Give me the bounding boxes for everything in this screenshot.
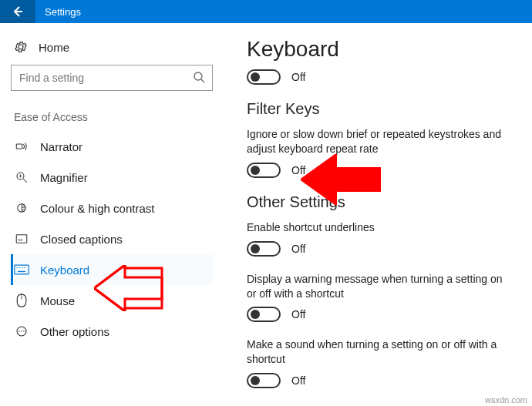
- sidebar-item-label: Closed captions: [40, 233, 123, 246]
- svg-point-19: [19, 331, 20, 332]
- other-icon: [14, 324, 29, 338]
- sidebar-item-magnifier[interactable]: Magnifier: [11, 162, 213, 193]
- section-heading-filter-keys: Filter Keys: [247, 100, 517, 118]
- svg-rect-10: [15, 265, 29, 274]
- narrator-icon: [14, 139, 29, 153]
- search-box[interactable]: [11, 65, 213, 91]
- keyboard-icon: [14, 264, 29, 275]
- toggle-state-label: Off: [291, 164, 305, 176]
- sidebar: Home Ease of Access Narrator Magnifier C…: [0, 23, 224, 406]
- toggle-state-label: Off: [291, 308, 305, 320]
- sidebar-item-keyboard[interactable]: Keyboard: [11, 254, 213, 285]
- sidebar-item-label: Magnifier: [40, 171, 88, 184]
- watermark: wsxdn.com: [485, 395, 527, 404]
- svg-point-0: [194, 72, 202, 80]
- setting-sound-desc: Make a sound when turning a setting on o…: [247, 337, 517, 367]
- sidebar-home[interactable]: Home: [11, 34, 213, 65]
- setting-underlines-desc: Enable shortcut underlines: [247, 220, 517, 235]
- filter-keys-desc: Ignore or slow down brief or repeated ke…: [247, 127, 517, 156]
- page-title: Keyboard: [247, 37, 517, 62]
- toggle-state-label: Off: [291, 243, 305, 255]
- sidebar-item-narrator[interactable]: Narrator: [11, 131, 213, 162]
- sidebar-item-mouse[interactable]: Mouse: [11, 285, 213, 316]
- sidebar-item-label: Narrator: [40, 140, 82, 153]
- toggle-switch[interactable]: [247, 373, 281, 388]
- svg-line-4: [23, 179, 27, 183]
- toggle-switch[interactable]: [247, 241, 281, 257]
- back-button[interactable]: [0, 0, 35, 23]
- svg-line-1: [201, 79, 204, 82]
- gear-icon: [14, 40, 28, 54]
- svg-point-21: [23, 331, 25, 332]
- magnifier-icon: [14, 170, 29, 184]
- setting-underlines-toggle[interactable]: Off: [247, 241, 517, 257]
- filter-keys-toggle[interactable]: Off: [247, 163, 517, 178]
- search-icon: [193, 71, 205, 83]
- toggle-state-label: Off: [291, 374, 305, 387]
- sidebar-group-heading: Ease of Access: [11, 111, 213, 123]
- toggle-state-label: Off: [291, 71, 305, 83]
- section-heading-other-settings: Other Settings: [247, 193, 517, 211]
- contrast-icon: [14, 201, 29, 215]
- sidebar-item-colour[interactable]: Colour & high contrast: [11, 193, 213, 223]
- sidebar-item-closed-captions[interactable]: cc Closed captions: [11, 223, 213, 254]
- app-title: Settings: [35, 6, 81, 18]
- mouse-icon: [14, 294, 29, 307]
- toggle-switch[interactable]: [247, 69, 281, 85]
- svg-rect-2: [16, 144, 22, 149]
- search-input[interactable]: [11, 65, 213, 91]
- home-label: Home: [39, 41, 69, 54]
- setting-warning-toggle[interactable]: Off: [247, 307, 517, 322]
- setting-warning-desc: Display a warning message when turning a…: [247, 272, 517, 301]
- setting-sound-toggle[interactable]: Off: [247, 373, 517, 388]
- sidebar-item-label: Mouse: [40, 294, 75, 307]
- svg-text:cc: cc: [19, 237, 23, 242]
- back-arrow-icon: [12, 5, 24, 18]
- sidebar-item-other[interactable]: Other options: [11, 316, 213, 347]
- main-content: Keyboard Off Filter Keys Ignore or slow …: [224, 23, 532, 406]
- toggle-switch[interactable]: [247, 307, 281, 322]
- toggle-switch[interactable]: [247, 163, 281, 178]
- sidebar-item-label: Colour & high contrast: [40, 202, 154, 215]
- titlebar: Settings: [0, 0, 532, 23]
- svg-point-20: [21, 331, 22, 332]
- sidebar-item-label: Keyboard: [40, 263, 89, 277]
- sidebar-item-label: Other options: [40, 325, 109, 338]
- captions-icon: cc: [14, 232, 29, 246]
- keyboard-top-toggle[interactable]: Off: [247, 69, 517, 85]
